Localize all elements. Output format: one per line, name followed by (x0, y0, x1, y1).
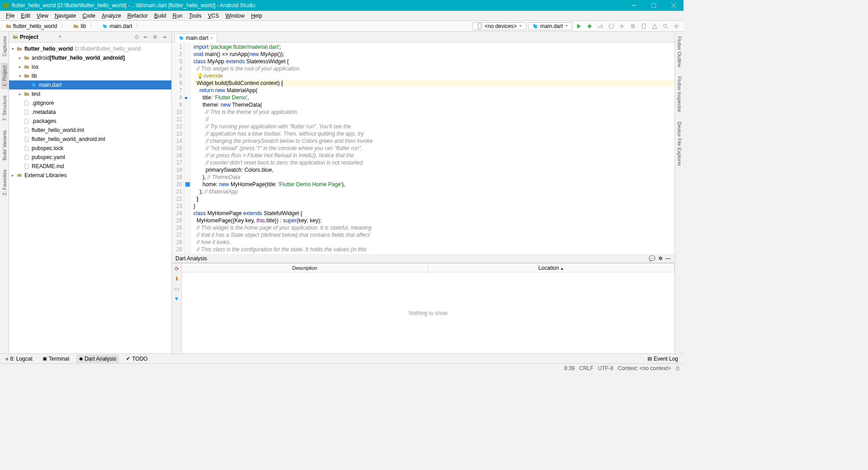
menu-build[interactable]: Build (151, 13, 170, 19)
filter-icon[interactable]: ▼ (173, 295, 180, 302)
logcat-tab[interactable]: ≡ 6: Logcat (3, 355, 35, 363)
svg-point-5 (664, 24, 667, 27)
menu-navigate[interactable]: Navigate (52, 13, 79, 19)
minimize-icon[interactable]: — (665, 255, 671, 262)
dart-analysis-tab[interactable]: ◆ Dart Analysis (76, 355, 119, 363)
device-label: <no devices> (485, 23, 517, 29)
stop-button[interactable] (628, 22, 637, 31)
todo-tab[interactable]: ✔ TODO (123, 355, 150, 363)
minimize-button[interactable] (624, 0, 644, 11)
line-ending[interactable]: CRLF (579, 365, 593, 371)
run-button[interactable] (574, 22, 583, 31)
menu-run[interactable]: Run (170, 13, 186, 19)
tree-item[interactable]: .packages (9, 117, 171, 126)
tree-item[interactable]: ▾flutter_hello_worldD:\flutter\flutter_h… (9, 44, 171, 53)
sdk-button[interactable] (650, 22, 659, 31)
chat-icon[interactable]: 💬 (649, 255, 656, 262)
tree-item[interactable]: ▸External Libraries (9, 171, 171, 180)
da-col-location[interactable]: Location ▲ (428, 263, 675, 272)
editor-body[interactable]: 1234567891011121314151617181920212223242… (172, 42, 675, 254)
breadcrumb-lib[interactable]: lib〉 (70, 21, 98, 31)
editor-panel: main.dart × 1234567891011121314151617181… (172, 32, 675, 353)
editor-tabs: main.dart × (172, 32, 675, 42)
menu-refactor[interactable]: Refactor (124, 13, 151, 19)
tree-item[interactable]: pubspec.yaml (9, 153, 171, 162)
encoding[interactable]: UTF-8 (598, 365, 613, 371)
svg-point-2 (588, 24, 591, 28)
close-button[interactable] (664, 0, 684, 11)
gear-icon[interactable]: ✲ (658, 255, 663, 262)
dart-analysis-title: Dart Analysis 💬 ✲ — (172, 254, 675, 263)
debug-button[interactable] (585, 22, 594, 31)
reanalyze-icon[interactable]: ⟳ (173, 265, 180, 273)
tree-item[interactable]: .metadata (9, 108, 171, 117)
breadcrumb-project[interactable]: flutter_hello_world〉 (3, 21, 69, 31)
svg-rect-1 (478, 23, 481, 28)
device-file-explorer-tab[interactable]: Device File Explorer (676, 119, 683, 169)
collapse-all-icon[interactable]: ⇤ (142, 33, 150, 41)
menu-window[interactable]: Window (222, 13, 248, 19)
menu-help[interactable]: Help (248, 13, 265, 19)
menu-view[interactable]: View (33, 13, 52, 19)
navbar: flutter_hello_world〉 lib〉 main.dart〉 <no… (0, 21, 684, 32)
flutter-inspector-tab[interactable]: Flutter Inspector (676, 74, 683, 115)
menubar: FileEditViewNavigateCodeAnalyzeRefactorB… (0, 11, 684, 21)
tree-item[interactable]: flutter_hello_world.iml (9, 126, 171, 135)
captures-tab[interactable]: Captures (1, 33, 8, 59)
editor-tab-main[interactable]: main.dart × (175, 33, 217, 42)
settings-button[interactable] (672, 22, 681, 31)
flutter-outline-tab[interactable]: Flutter Outline (676, 33, 683, 70)
breadcrumb-file[interactable]: main.dart〉 (99, 21, 144, 31)
menu-edit[interactable]: Edit (18, 13, 33, 19)
project-tab[interactable]: 1: Project (1, 63, 8, 89)
cursor-position[interactable]: 8:39 (564, 365, 575, 371)
attach-button[interactable] (618, 22, 627, 31)
maximize-button[interactable] (644, 0, 664, 11)
tree-item[interactable]: ▸android [flutter_hello_world_android] (9, 53, 171, 62)
group-icon[interactable]: ▭ (173, 285, 180, 292)
scroll-from-source-icon[interactable]: ⊙ (133, 33, 141, 41)
menu-tools[interactable]: Tools (186, 13, 205, 19)
tree-item[interactable]: flutter_hello_world_android.iml (9, 135, 171, 144)
close-icon[interactable]: × (210, 35, 213, 41)
hot-reload-button[interactable] (607, 22, 616, 31)
svg-rect-3 (631, 24, 635, 28)
tree-item[interactable]: .gitignore (9, 99, 171, 108)
dart-analysis-panel: ⟳ ⬇ ▭ ▼ Description Location ▲ Nothing t… (172, 263, 675, 353)
tree-item[interactable]: main.dart (9, 80, 171, 89)
da-col-description[interactable]: Description (182, 263, 428, 272)
build-variants-tab[interactable]: Build Variants (1, 127, 8, 163)
settings-icon[interactable]: ✲ (151, 33, 159, 41)
window-title: flutter_hello_world [D:\flutter\flutter_… (12, 2, 255, 9)
device-selector[interactable]: <no devices> ▼ (472, 22, 526, 30)
editor-tab-label: main.dart (186, 35, 208, 41)
titlebar: flutter_hello_world [D:\flutter\flutter_… (0, 0, 684, 11)
avd-button[interactable] (639, 22, 648, 31)
project-tree[interactable]: ▾flutter_hello_worldD:\flutter\flutter_h… (9, 42, 171, 353)
favorites-tab[interactable]: 2: Favorites (1, 167, 8, 198)
app-icon (3, 2, 9, 9)
event-log-tab[interactable]: ▤ Event Log (645, 355, 681, 363)
tree-item[interactable]: ▸ios (9, 62, 171, 71)
run-config-selector[interactable]: main.dart ▼ (528, 22, 572, 30)
svg-rect-8 (676, 368, 679, 370)
terminal-tab[interactable]: ▣ Terminal (40, 355, 72, 363)
tree-item[interactable]: README.md (9, 162, 171, 171)
svg-point-6 (675, 25, 677, 27)
svg-rect-4 (642, 24, 646, 28)
tree-item[interactable]: ▸test (9, 89, 171, 99)
tree-item[interactable]: pubspec.lock (9, 144, 171, 153)
menu-analyze[interactable]: Analyze (99, 13, 124, 19)
menu-code[interactable]: Code (79, 13, 99, 19)
lock-icon[interactable] (675, 366, 680, 371)
context[interactable]: Context: <no context> (618, 365, 671, 371)
search-button[interactable] (661, 22, 670, 31)
hide-icon[interactable]: ⇥ (160, 33, 168, 41)
profile-button[interactable] (596, 22, 605, 31)
menu-vcs[interactable]: VCS (205, 13, 222, 19)
tree-item[interactable]: ▾lib (9, 71, 171, 80)
menu-file[interactable]: File (3, 13, 18, 19)
structure-tab[interactable]: 7: Structure (1, 93, 8, 124)
autoscroll-icon[interactable]: ⬇ (173, 275, 180, 282)
svg-rect-7 (18, 174, 22, 177)
